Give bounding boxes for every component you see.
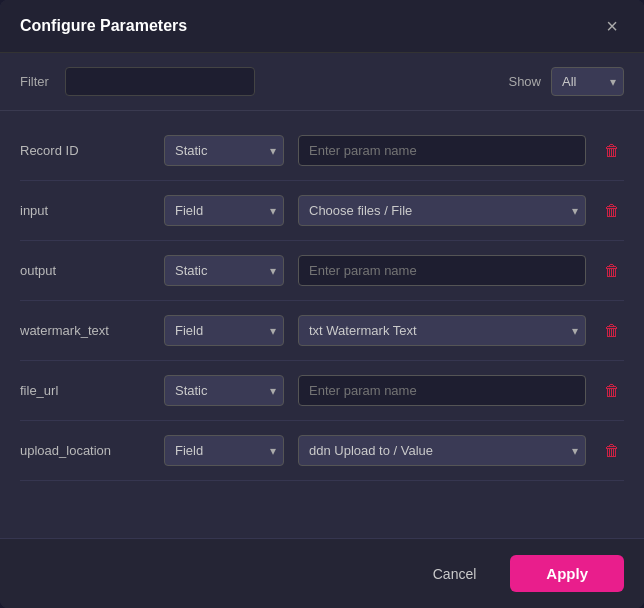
- param-row: watermark_textStaticFieldtxt Watermark T…: [20, 301, 624, 361]
- param-name: Record ID: [20, 143, 150, 158]
- type-select[interactable]: StaticField: [164, 135, 284, 166]
- param-name: input: [20, 203, 150, 218]
- param-value-input[interactable]: [298, 255, 586, 286]
- delete-param-button[interactable]: 🗑: [600, 378, 624, 404]
- delete-param-button[interactable]: 🗑: [600, 258, 624, 284]
- param-row: inputStaticFieldChoose files / File🗑: [20, 181, 624, 241]
- param-value-select-wrapper: txt Watermark Text: [298, 315, 586, 346]
- param-value-select[interactable]: Choose files / File: [298, 195, 586, 226]
- dialog-header: Configure Parameters ×: [0, 0, 644, 53]
- param-value-input[interactable]: [298, 375, 586, 406]
- type-select-wrapper: StaticField: [164, 135, 284, 166]
- param-value-select[interactable]: ddn Upload to / Value: [298, 435, 586, 466]
- param-row: upload_locationStaticFieldddn Upload to …: [20, 421, 624, 481]
- type-select-wrapper: StaticField: [164, 435, 284, 466]
- configure-parameters-dialog: Configure Parameters × Filter Show All S…: [0, 0, 644, 608]
- type-select-wrapper: StaticField: [164, 255, 284, 286]
- param-value-select[interactable]: txt Watermark Text: [298, 315, 586, 346]
- type-select-wrapper: StaticField: [164, 195, 284, 226]
- apply-button[interactable]: Apply: [510, 555, 624, 592]
- show-section: Show All Static Field: [508, 67, 624, 96]
- param-value-select-wrapper: Choose files / File: [298, 195, 586, 226]
- filter-row: Filter Show All Static Field: [0, 53, 644, 111]
- param-name: watermark_text: [20, 323, 150, 338]
- type-select-wrapper: StaticField: [164, 315, 284, 346]
- show-select-wrapper: All Static Field: [551, 67, 624, 96]
- type-select[interactable]: StaticField: [164, 195, 284, 226]
- close-button[interactable]: ×: [600, 14, 624, 38]
- param-name: output: [20, 263, 150, 278]
- type-select-wrapper: StaticField: [164, 375, 284, 406]
- cancel-button[interactable]: Cancel: [413, 555, 497, 592]
- type-select[interactable]: StaticField: [164, 255, 284, 286]
- show-select[interactable]: All Static Field: [551, 67, 624, 96]
- param-name: upload_location: [20, 443, 150, 458]
- filter-label: Filter: [20, 74, 49, 89]
- param-row: file_urlStaticField🗑: [20, 361, 624, 421]
- delete-param-button[interactable]: 🗑: [600, 318, 624, 344]
- param-row: Record IDStaticField🗑: [20, 121, 624, 181]
- type-select[interactable]: StaticField: [164, 375, 284, 406]
- show-label: Show: [508, 74, 541, 89]
- param-name: file_url: [20, 383, 150, 398]
- param-value-select-wrapper: ddn Upload to / Value: [298, 435, 586, 466]
- param-row: outputStaticField🗑: [20, 241, 624, 301]
- type-select[interactable]: StaticField: [164, 435, 284, 466]
- params-area: Record IDStaticField🗑inputStaticFieldCho…: [0, 111, 644, 538]
- delete-param-button[interactable]: 🗑: [600, 438, 624, 464]
- delete-param-button[interactable]: 🗑: [600, 198, 624, 224]
- filter-input[interactable]: [65, 67, 255, 96]
- dialog-title: Configure Parameters: [20, 17, 187, 35]
- delete-param-button[interactable]: 🗑: [600, 138, 624, 164]
- dialog-footer: Cancel Apply: [0, 538, 644, 608]
- type-select[interactable]: StaticField: [164, 315, 284, 346]
- param-value-input[interactable]: [298, 135, 586, 166]
